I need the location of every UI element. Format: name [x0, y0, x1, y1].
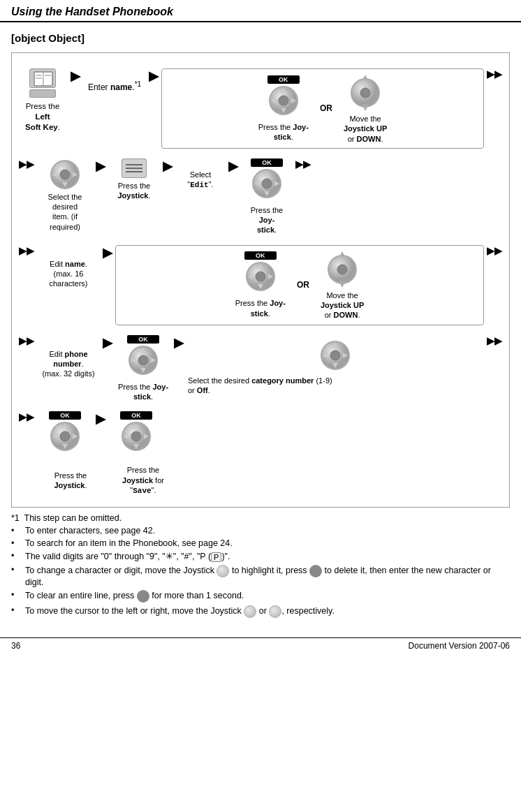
- bullet-text-1: To enter characters, see page 42.: [25, 526, 155, 536]
- press-joystick-ok-cell: OK Press the Joy-stick.: [241, 158, 293, 235]
- row5-label-1: Press the Joystick.: [43, 469, 98, 491]
- ok-badge-3a: OK: [244, 251, 277, 260]
- section-title: [object Object]: [0, 28, 521, 48]
- or-label-2: OR: [297, 280, 309, 290]
- move-joystick-cell-1: Move theJoystick UPor DOWN.: [342, 73, 388, 144]
- softkey-bar: [29, 89, 56, 98]
- arrow-2: ▶: [149, 68, 159, 84]
- menu-icon-2: [122, 158, 147, 178]
- bullet-text-2: To search for an item in the Phonebook, …: [25, 538, 233, 548]
- press-joystick-label-2: Press the Joystick.: [110, 181, 159, 201]
- joystick-category: [319, 339, 351, 371]
- press-joystick-cell-3a: OK Press the Joy-stick.: [234, 251, 287, 318]
- double-arrow-in-2: ▶▶: [19, 158, 34, 170]
- arrow-r2-2: ▶: [163, 158, 173, 174]
- bullet-5: • To clear an entire line, press for mor…: [11, 590, 510, 603]
- move-joystick-label-1: Move theJoystick UPor DOWN.: [344, 114, 387, 144]
- svg-point-28: [256, 272, 265, 281]
- svg-point-56: [131, 431, 141, 441]
- bullet-text-5: To clear an entire line, press for more …: [25, 590, 244, 603]
- ok-badge-1: OK: [267, 75, 300, 84]
- arrow-r3-1: ▶: [103, 245, 112, 260]
- bullet-symbol-3: •: [11, 551, 22, 562]
- inline-joystick-2: [244, 605, 256, 618]
- arrow-r5-1: ▶: [96, 411, 105, 427]
- joystick-icon-3: [251, 168, 283, 200]
- joystick-icon-2: [49, 158, 81, 191]
- arrow-1: ▶: [71, 68, 80, 84]
- bullet-symbol-6: •: [11, 605, 22, 618]
- press-joystick-cell-4: OK Press the Joy-stick.: [115, 335, 171, 402]
- row5-label-2: Press the Joystick for "Save".: [115, 464, 171, 496]
- left-softkey-cell: Press the LeftSoft Key.: [17, 68, 68, 133]
- p-button-icon: P: [211, 552, 221, 562]
- double-arrow-1: ▶▶: [487, 68, 502, 80]
- bullet-6: • To move the cursor to the left or righ…: [11, 605, 510, 618]
- inline-joystick-3: [269, 605, 281, 618]
- bullet-2: • To search for an item in the Phonebook…: [11, 538, 510, 548]
- enter-name-cell: Enter name.*1: [83, 68, 146, 94]
- svg-point-22: [262, 179, 272, 189]
- footnote-star1: *1 This step can be omitted.: [11, 513, 510, 523]
- select-item-label: Select the desireditem. (if required): [38, 192, 91, 232]
- press-joystick-cell-5a: OK: [37, 411, 93, 457]
- joystick-icon-4: [244, 260, 277, 293]
- inline-btn-2: [137, 590, 149, 603]
- arrow-r4-1: ▶: [103, 335, 112, 350]
- select-category-cell: Select the desired category number (1-9)…: [186, 335, 484, 396]
- svg-point-35: [337, 265, 347, 274]
- double-arrow-in-3: ▶▶: [19, 245, 34, 256]
- menu-line-3: [126, 171, 142, 172]
- bullet-text-3: The valid digits are "0" through "9", "✳…: [25, 551, 230, 562]
- press-joystick-label-4: Press the Joy-stick.: [118, 382, 168, 402]
- row5-text-row: Press the Joystick. Press the Joystick f…: [17, 464, 504, 500]
- enter-name-label: Enter name.*1: [88, 80, 141, 94]
- bullet-1: • To enter characters, see page 42.: [11, 526, 510, 536]
- edit-phone-label: Edit phone number.(max. 32 digits): [38, 349, 98, 379]
- joystick-icon-7: [120, 420, 152, 452]
- svg-marker-36: [339, 281, 346, 288]
- ok-badge-4: OK: [127, 335, 159, 344]
- footnote-section: *1 This step can be omitted. • To enter …: [11, 513, 510, 618]
- ok-badge-5b: OK: [120, 411, 152, 420]
- bullet-text-4: To change a character or digit, move the…: [25, 565, 510, 587]
- svg-marker-14: [362, 104, 369, 111]
- svg-point-38: [138, 355, 148, 365]
- or-label-1: OR: [320, 103, 332, 113]
- press-joystick-label-3a: Press the Joy-stick.: [235, 298, 286, 318]
- edit-phone-cell: Edit phone number.(max. 32 digits): [37, 335, 100, 379]
- joystick-icon-5: [127, 344, 159, 376]
- edit-name-label: Edit name.(max. 16 characters): [38, 259, 98, 289]
- press-joystick-cell-1: OK Press the Joy-stick.: [257, 75, 310, 142]
- joystick-updown-1: [349, 73, 381, 112]
- press-joystick-cell-5b: OK: [108, 411, 164, 457]
- flow-row-2: ▶▶ Select the desireditem. (if required)…: [17, 153, 504, 235]
- flow-row-5: ▶▶ OK ▶ OK: [17, 406, 504, 459]
- softkey-label: Press the LeftSoft Key.: [19, 101, 66, 133]
- select-edit-label: Select "Edit".: [177, 170, 224, 191]
- move-joystick-label-2: Move theJoystick UPor DOWN.: [321, 290, 364, 320]
- inline-joystick-1: [217, 565, 229, 577]
- flow-row-1: Press the LeftSoft Key. ▶ Enter name.*1 …: [17, 60, 504, 149]
- flow-row-3: ▶▶ Edit name.(max. 16 characters) ▶ OK: [17, 239, 504, 325]
- ok-joystick-5b: OK: [120, 411, 152, 455]
- joystick-icon-1: [267, 84, 300, 117]
- book-icon: [29, 68, 56, 88]
- double-arrow-in-4: ▶▶: [19, 335, 34, 346]
- flow-row-4: ▶▶ Edit phone number.(max. 32 digits) ▶ …: [17, 330, 504, 402]
- bullet-symbol-2: •: [11, 538, 22, 548]
- book-svg: [30, 69, 57, 89]
- joystick-or-group-1: OK Press the Joy-stick. OR: [161, 68, 484, 149]
- bullet-symbol-5: •: [11, 590, 22, 603]
- press-joystick-label-3: Press the Joy-stick.: [242, 205, 291, 235]
- svg-point-13: [360, 88, 370, 98]
- select-edit-cell: Select "Edit".: [175, 158, 226, 191]
- bullet-3: • The valid digits are "0" through "9", …: [11, 551, 510, 562]
- press-joystick-label-1: Press the Joy-stick.: [258, 122, 309, 142]
- select-category-label: Select the desired category number (1-9)…: [188, 376, 332, 396]
- edit-name-cell: Edit name.(max. 16 characters): [37, 245, 100, 289]
- ok-joystick-5a: OK: [49, 411, 81, 455]
- select-item-cell: Select the desireditem. (if required): [37, 158, 93, 232]
- double-arrow-out-4: ▶▶: [487, 335, 502, 346]
- page-number: 36: [11, 641, 20, 651]
